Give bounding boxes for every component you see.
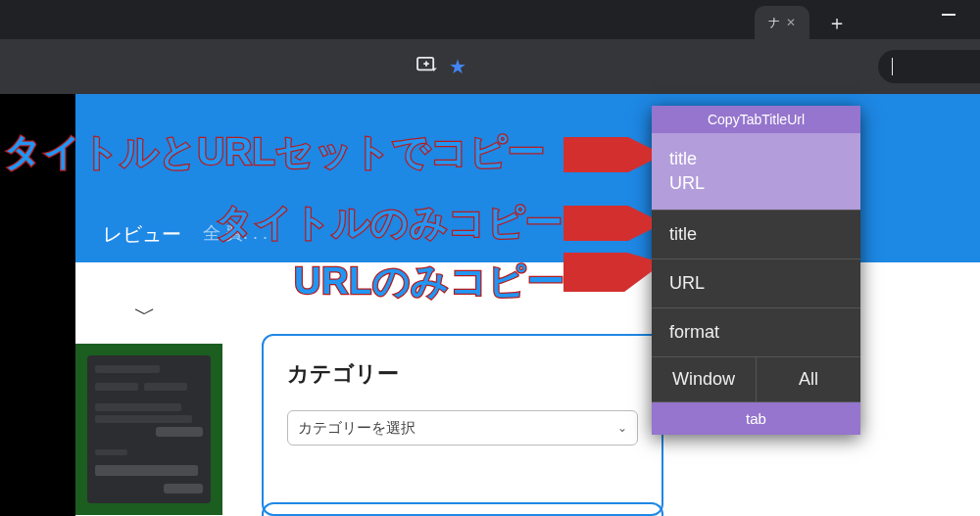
address-bar[interactable] [878,50,980,83]
annotation-arrow-2 [564,206,652,241]
chevron-down-icon: ⌄ [617,421,627,435]
popup-scope-window[interactable]: Window [652,357,757,402]
popup-item-format[interactable]: format [652,308,860,357]
popup-footer[interactable]: tab [652,402,860,435]
annotation-arrow-1 [564,137,652,172]
sidebar-thumbnail[interactable] [75,344,222,515]
window-minimize-button[interactable] [942,14,956,16]
close-icon[interactable]: ✕ [786,16,796,29]
popup-item-title-and-url[interactable]: title URL [652,133,860,211]
annotation-text-1: タイトルとURLセットでコピー [4,127,546,177]
annotation-arrow-3 [564,253,652,292]
annotation-text-3: URLのみコピー [294,257,564,306]
chevron-down-icon[interactable]: ﹀ [134,300,156,329]
popup-item-title[interactable]: title [652,211,860,259]
new-tab-button[interactable]: ＋ [827,10,847,36]
popup-scope-all[interactable]: All [757,357,860,402]
select-placeholder: カテゴリーを選択 [298,419,416,438]
browser-tab[interactable]: ナ ✕ [755,6,809,39]
svg-line-11 [567,268,634,280]
browser-toolbar: ★ [0,39,980,94]
card-title: カテゴリー [287,359,638,389]
popup-header: CopyTabTitleUrl [652,106,860,133]
install-pwa-icon[interactable] [416,56,437,77]
extension-popup: CopyTabTitleUrl title URL title URL form… [652,106,860,435]
browser-tab-strip: ナ ✕ ＋ [0,0,980,39]
category-select[interactable]: カテゴリーを選択 ⌄ [287,410,638,446]
bookmark-star-icon[interactable]: ★ [449,55,466,78]
popup-item-line: URL [669,171,843,196]
next-card-top [262,502,663,516]
popup-item-url[interactable]: URL [652,259,860,308]
tab-title: ナ [768,15,780,31]
annotation-text-2: タイトルのみコピー [216,198,564,248]
category-card: カテゴリー カテゴリーを選択 ⌄ [262,334,663,516]
popup-item-line: title [669,147,843,171]
nav-link-review[interactable]: レビュー [103,221,181,248]
